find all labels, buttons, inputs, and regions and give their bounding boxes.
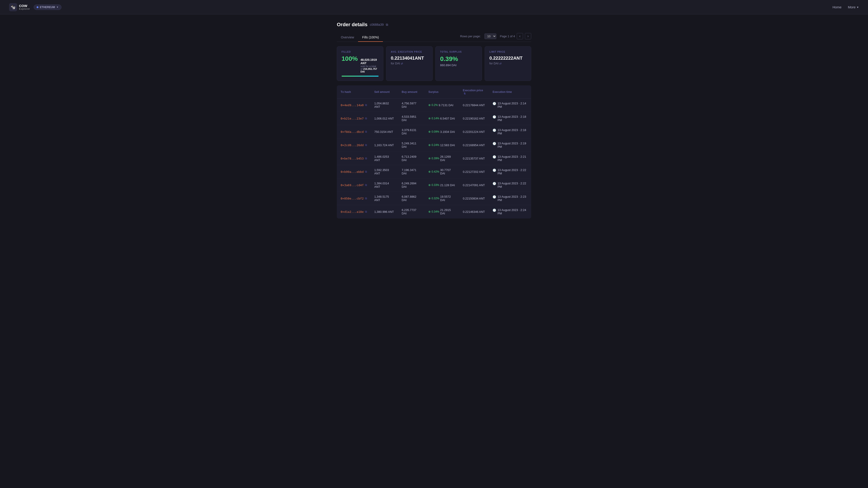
tab-fills[interactable]: Fills (100%) bbox=[358, 33, 383, 42]
next-page-button[interactable]: › bbox=[525, 33, 531, 39]
execution-time-value: 13 August 2023 · 2:24 PM bbox=[498, 208, 527, 215]
cell-surplus: ⊕ 0.09% 3.1934 DAI bbox=[425, 125, 459, 138]
surplus-percent: 0.32% bbox=[432, 197, 439, 200]
copy-tx-hash-icon[interactable]: ⧉ bbox=[365, 184, 367, 187]
surplus-percent: 0.39% bbox=[432, 157, 439, 160]
tx-hash-value[interactable]: 0×050e...cbf2 bbox=[341, 197, 364, 200]
clock-icon: 🕐 bbox=[493, 195, 496, 199]
cell-sell-amount: 1,054.8632 ANT bbox=[371, 98, 398, 112]
tx-hash-value[interactable]: 0×f8da...dbcd bbox=[341, 130, 364, 133]
page-title-row: Order details c0688a39 ⧉ bbox=[337, 22, 531, 28]
cell-execution-price: 0.22201224 ANT bbox=[459, 125, 489, 138]
col-buy-amount: Buy amount bbox=[398, 86, 425, 98]
tx-hash-value[interactable]: 0×b21e...23e7 bbox=[341, 117, 364, 120]
clock-icon: 🕐 bbox=[493, 155, 496, 159]
copy-tx-hash-icon[interactable]: ⧉ bbox=[365, 197, 367, 200]
cell-sell-amount: 1,380.996 ANT bbox=[371, 205, 398, 219]
tx-hash-value[interactable]: 0×be78...b453 bbox=[341, 157, 364, 160]
execution-time-value: 13 August 2023 · 2:18 PM bbox=[498, 128, 527, 135]
table-row: 0×3a69...cd4f ⧉ 1,384.0314 ANT 6,249.269… bbox=[337, 178, 531, 192]
total-surplus-value: 0.39% bbox=[440, 55, 477, 63]
copy-tx-hash-icon[interactable]: ⧉ bbox=[365, 117, 367, 120]
cell-tx-hash: 0×be78...b453 ⧉ bbox=[337, 152, 371, 165]
surplus-value: 30.7707 DAI bbox=[440, 168, 456, 175]
surplus-value: 21.128 DAI bbox=[440, 184, 455, 187]
clock-icon: 🕐 bbox=[493, 182, 496, 185]
surplus-percent: 0.2% bbox=[432, 103, 438, 107]
cell-tx-hash: 0×d1a2...a18e ⧉ bbox=[337, 205, 371, 219]
order-id: c0688a39 bbox=[370, 23, 384, 26]
limit-price-card: LIMIT PRICE 0.22222222ANT for DAI ⇄ bbox=[485, 46, 531, 81]
surplus-arrow-icon: ⊕ bbox=[428, 143, 431, 147]
copy-tx-hash-icon[interactable]: ⧉ bbox=[365, 157, 367, 160]
tx-hash-value[interactable]: 0×4ed9...14a0 bbox=[341, 103, 364, 107]
cell-execution-price: 0.22176844 ANT bbox=[459, 98, 489, 112]
col-execution-time: Execution time bbox=[489, 86, 531, 98]
execution-time-value: 13 August 2023 · 2:21 PM bbox=[498, 155, 527, 162]
cell-execution-price: 0.22190162 ANT bbox=[459, 112, 489, 125]
cell-surplus: ⊕ 0.39% 26.1269 DAI bbox=[425, 152, 459, 165]
col-tx-hash: Tx hash bbox=[337, 86, 371, 98]
rows-per-page-select[interactable]: 10 25 50 bbox=[485, 33, 496, 39]
surplus-value: 12.583 DAI bbox=[440, 143, 455, 147]
sort-execution-price-icon[interactable]: ⇅ bbox=[464, 92, 466, 95]
avg-exec-value: 0.22134041ANT bbox=[391, 55, 428, 61]
cell-surplus: ⊕ 0.2% 9.7131 DAI bbox=[425, 98, 459, 112]
filled-percent: 100% bbox=[342, 55, 358, 62]
network-dot bbox=[37, 6, 38, 8]
tabs-left: Overview Fills (100%) bbox=[337, 33, 383, 41]
table-row: 0×b99a...ebbd ⧉ 1,592.3503 ANT 7,196.347… bbox=[337, 165, 531, 178]
cell-surplus: ⊕ 0.24% 12.583 DAI bbox=[425, 138, 459, 152]
surplus-arrow-icon: ⊕ bbox=[428, 197, 431, 200]
limit-price-for: for DAI ⇄ bbox=[489, 62, 526, 65]
clock-icon: 🕐 bbox=[493, 208, 496, 212]
limit-price-label: LIMIT PRICE bbox=[489, 51, 526, 53]
cell-buy-amount: 7,196.3471 DAI bbox=[398, 165, 425, 178]
surplus-value: 6.5407 DAI bbox=[440, 117, 455, 120]
clock-icon: 🕐 bbox=[493, 115, 496, 119]
tabs-right: Rows per page: 10 25 50 Page 1 of 4 ‹ › bbox=[460, 33, 531, 41]
logo-text: COW Explorer bbox=[19, 4, 30, 10]
execution-time-value: 13 August 2023 · 2:23 PM bbox=[498, 195, 527, 202]
swap-icon: ⇄ bbox=[401, 62, 403, 65]
tx-hash-value[interactable]: 0×b99a...ebbd bbox=[341, 170, 364, 173]
copy-tx-hash-icon[interactable]: ⧉ bbox=[365, 210, 367, 213]
total-surplus-label: TOTAL SURPLUS bbox=[440, 51, 477, 53]
cell-buy-amount: 6,235.7737 DAI bbox=[398, 205, 425, 219]
copy-tx-hash-icon[interactable]: ⧉ bbox=[365, 143, 367, 147]
chevron-down-icon: ▼ bbox=[56, 6, 59, 8]
rows-per-page-label: Rows per page: bbox=[460, 35, 480, 38]
cell-tx-hash: 0×2cd0...26dd ⧉ bbox=[337, 138, 371, 152]
tab-overview[interactable]: Overview bbox=[337, 33, 358, 42]
execution-time-value: 13 August 2023 · 2:14 PM bbox=[498, 102, 527, 108]
cell-surplus: ⊕ 0.33% 21.128 DAI bbox=[425, 178, 459, 192]
table-row: 0×be78...b453 ⧉ 1,486.0253 ANT 6,713.240… bbox=[337, 152, 531, 165]
nav-home[interactable]: Home bbox=[833, 5, 842, 9]
col-sell-amount: Sell amount bbox=[371, 86, 398, 98]
surplus-arrow-icon: ⊕ bbox=[428, 103, 431, 107]
cell-sell-amount: 1,006.012 ANT bbox=[371, 112, 398, 125]
cell-sell-amount: 1,592.3503 ANT bbox=[371, 165, 398, 178]
copy-tx-hash-icon[interactable]: ⧉ bbox=[365, 130, 367, 133]
nav-more[interactable]: More ▼ bbox=[848, 5, 859, 9]
cell-execution-price: 0.22127202 ANT bbox=[459, 165, 489, 178]
copy-order-id-button[interactable]: ⧉ bbox=[386, 23, 388, 27]
network-label: ETHEREUM bbox=[40, 6, 55, 9]
copy-tx-hash-icon[interactable]: ⧉ bbox=[365, 170, 367, 173]
cell-buy-amount: 4,756.5977 DAI bbox=[398, 98, 425, 112]
network-badge[interactable]: ETHEREUM ▼ bbox=[34, 4, 61, 10]
tx-hash-value[interactable]: 0×2cd0...26dd bbox=[341, 143, 364, 147]
stats-row: FILLED 100% 48,020.1919 ANT sold for a t… bbox=[337, 46, 531, 81]
execution-time-value: 13 August 2023 · 2:22 PM bbox=[498, 182, 527, 188]
tx-hash-value[interactable]: 0×3a69...cd4f bbox=[341, 184, 364, 187]
prev-page-button[interactable]: ‹ bbox=[517, 33, 523, 39]
tx-hash-value[interactable]: 0×d1a2...a18e bbox=[341, 210, 364, 214]
clock-icon: 🕐 bbox=[493, 168, 496, 172]
copy-tx-hash-icon[interactable]: ⧉ bbox=[365, 103, 367, 107]
filled-card: FILLED 100% 48,020.1919 ANT sold for a t… bbox=[337, 46, 383, 81]
cell-execution-time: 🕐 13 August 2023 · 2:14 PM bbox=[489, 98, 531, 112]
surplus-percent: 0.34% bbox=[432, 210, 439, 213]
col-execution-price: Execution price ⇅ bbox=[459, 86, 489, 98]
logo-area[interactable]: 🐄 COW Explorer bbox=[9, 3, 30, 11]
surplus-percent: 0.09% bbox=[432, 130, 439, 133]
